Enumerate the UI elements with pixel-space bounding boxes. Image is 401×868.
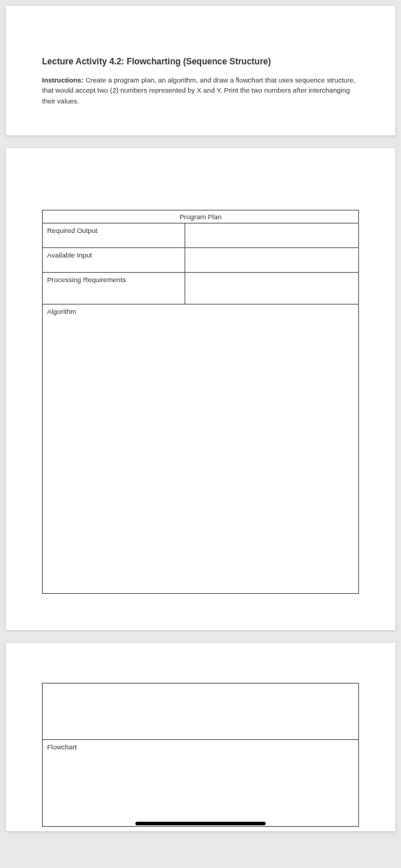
document-page-2: Program Plan Required Output Available I… xyxy=(6,148,395,630)
table-row xyxy=(43,683,359,739)
program-plan-table: Program Plan Required Output Available I… xyxy=(42,210,359,594)
table-header-row: Program Plan xyxy=(43,210,359,223)
available-input-value xyxy=(185,247,358,272)
table-row: Available Input xyxy=(43,247,359,272)
table-row: Processing Requirements xyxy=(43,272,359,304)
instructions-text: Create a program plan, an algorithm, and… xyxy=(42,76,355,105)
available-input-label: Available Input xyxy=(43,247,185,272)
table-row: Flowchart xyxy=(43,739,359,826)
algorithm-label: Algorithm xyxy=(43,304,359,593)
flowchart-blank-cell xyxy=(43,683,359,739)
home-indicator xyxy=(135,822,266,825)
page-3-wrapper: Flowchart xyxy=(6,643,395,831)
instructions-label: Instructions: xyxy=(42,76,84,84)
required-output-label: Required Output xyxy=(43,223,185,247)
table-row: Algorithm xyxy=(43,304,359,593)
flowchart-label: Flowchart xyxy=(43,739,359,826)
document-page-1: Lecture Activity 4.2: Flowcharting (Sequ… xyxy=(6,6,395,135)
processing-requirements-label: Processing Requirements xyxy=(43,272,185,304)
activity-title: Lecture Activity 4.2: Flowcharting (Sequ… xyxy=(42,56,359,67)
table-row: Required Output xyxy=(43,223,359,247)
required-output-value xyxy=(185,223,358,247)
document-page-3: Flowchart xyxy=(6,643,395,831)
instructions-paragraph: Instructions: Create a program plan, an … xyxy=(42,75,359,106)
program-plan-header: Program Plan xyxy=(43,210,359,223)
processing-requirements-value xyxy=(185,272,358,304)
flowchart-table: Flowchart xyxy=(42,683,359,827)
